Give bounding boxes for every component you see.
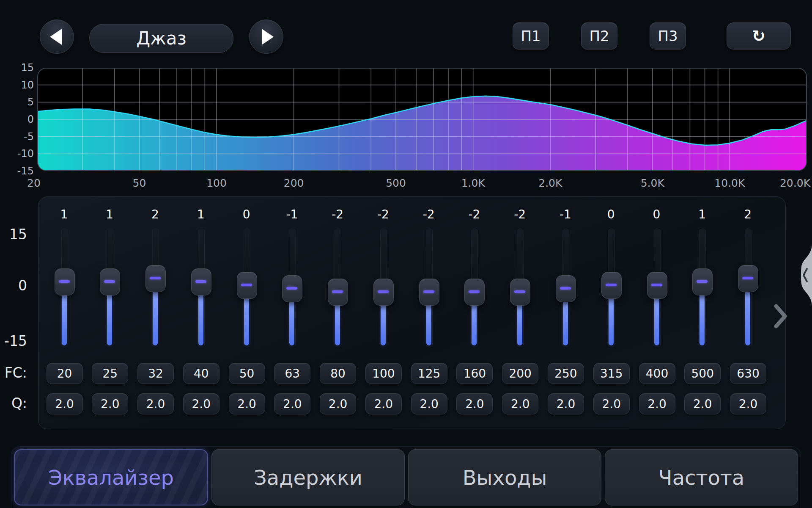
- band-slider-thumb[interactable]: [647, 272, 667, 299]
- band-slider-fill: [517, 303, 522, 345]
- tab-label: Эквалайзер: [48, 466, 174, 489]
- band-slider-thumb[interactable]: [191, 268, 211, 295]
- y-tick-label: 15: [3, 62, 34, 74]
- memory-preset-button-2[interactable]: П2: [581, 22, 617, 50]
- band-q-chip[interactable]: 2.0: [47, 393, 83, 414]
- band-slider-thumb[interactable]: [237, 272, 257, 299]
- band-fc-chip[interactable]: 630: [730, 363, 766, 384]
- band-gain-value: -2: [406, 207, 452, 221]
- band-q-chip[interactable]: 2.0: [456, 393, 493, 414]
- band-fc-chip[interactable]: 125: [411, 363, 447, 384]
- band-slider-fill: [289, 299, 294, 345]
- x-tick-label: 1.0K: [461, 177, 485, 189]
- band-fc-chip[interactable]: 200: [502, 363, 538, 384]
- band-q-chip[interactable]: 2.0: [183, 393, 219, 414]
- band-q-chip[interactable]: 2.0: [365, 393, 402, 414]
- band-fc-chip[interactable]: 50: [229, 363, 265, 384]
- x-tick-label: 50: [133, 177, 146, 189]
- band-slider-thumb[interactable]: [100, 268, 120, 295]
- band-gain-value: 2: [132, 207, 178, 221]
- band-gain-value: 0: [588, 207, 634, 221]
- band-fc-chip[interactable]: 80: [320, 363, 356, 384]
- side-drawer-handle[interactable]: [798, 243, 812, 307]
- memory-preset-button-1[interactable]: П1: [513, 22, 549, 50]
- band-slider-thumb[interactable]: [282, 275, 302, 302]
- equalizer-screen: Джаз П1П2П3 ↻ 151050-5-10-15 20501002005…: [0, 0, 812, 508]
- band-gain-value: 1: [178, 207, 224, 221]
- band-slider-thumb[interactable]: [328, 279, 348, 306]
- band-fc-chip[interactable]: 160: [456, 363, 493, 384]
- band-slider-thumb[interactable]: [556, 275, 576, 302]
- eq-band-630: 26302.0: [725, 207, 771, 419]
- band-gain-value: -1: [543, 207, 588, 221]
- band-q-chip[interactable]: 2.0: [137, 393, 174, 414]
- preset-name: Джаз: [136, 28, 187, 49]
- band-slider-fill: [745, 289, 750, 345]
- band-q-chip[interactable]: 2.0: [502, 393, 538, 414]
- band-q-chip[interactable]: 2.0: [274, 393, 310, 414]
- tab-label: Частота: [658, 466, 744, 489]
- band-fc-chip[interactable]: 500: [684, 363, 721, 384]
- band-fc-chip[interactable]: 40: [183, 363, 219, 384]
- eq-band-50: 0502.0: [224, 207, 269, 419]
- band-slider-thumb[interactable]: [55, 268, 75, 295]
- slider-scale-zero-label: 0: [0, 277, 27, 294]
- preset-prev-button[interactable]: [40, 19, 74, 54]
- eq-band-32: 2322.0: [132, 207, 178, 419]
- tab-1[interactable]: Эквалайзер: [14, 449, 208, 505]
- band-fc-chip[interactable]: 315: [593, 363, 630, 384]
- band-slider-thumb[interactable]: [464, 279, 485, 306]
- x-tick-label: 2.0K: [538, 177, 562, 189]
- memory-preset-button-3[interactable]: П3: [650, 22, 686, 50]
- band-fc-chip[interactable]: 25: [92, 363, 128, 384]
- band-gain-value: 2: [725, 207, 771, 221]
- band-slider-thumb[interactable]: [145, 265, 166, 292]
- band-slider-fill: [563, 299, 568, 345]
- eq-band-160: -21602.0: [451, 207, 497, 419]
- x-tick-label: 20.0K: [780, 177, 810, 189]
- band-slider-fill: [472, 303, 477, 345]
- band-q-chip[interactable]: 2.0: [730, 393, 766, 414]
- band-gain-value: 0: [634, 207, 680, 221]
- band-slider-fill: [654, 296, 659, 345]
- band-gain-value: -2: [451, 207, 497, 221]
- tab-2[interactable]: Задержки: [211, 449, 405, 505]
- band-q-chip[interactable]: 2.0: [320, 393, 356, 414]
- band-slider-thumb[interactable]: [510, 279, 530, 306]
- x-tick-label: 20: [27, 177, 41, 189]
- eq-band-100: -21002.0: [360, 207, 406, 419]
- tab-4[interactable]: Частота: [605, 449, 798, 505]
- band-q-chip[interactable]: 2.0: [229, 393, 265, 414]
- band-q-chip[interactable]: 2.0: [411, 393, 447, 414]
- band-fc-chip[interactable]: 250: [548, 363, 584, 384]
- x-tick-label: 5.0K: [641, 177, 664, 189]
- x-tick-label: 500: [386, 177, 406, 189]
- band-fc-chip[interactable]: 63: [274, 363, 310, 384]
- band-fc-chip[interactable]: 20: [47, 363, 83, 384]
- band-fc-chip[interactable]: 400: [639, 363, 675, 384]
- band-fc-chip[interactable]: 100: [365, 363, 402, 384]
- band-slider-thumb[interactable]: [373, 279, 394, 306]
- x-tick-label: 100: [206, 177, 227, 189]
- band-q-chip[interactable]: 2.0: [593, 393, 630, 414]
- band-q-chip[interactable]: 2.0: [684, 393, 721, 414]
- eq-band-40: 1402.0: [178, 207, 224, 419]
- band-fc-chip[interactable]: 32: [137, 363, 174, 384]
- band-q-chip[interactable]: 2.0: [92, 393, 128, 414]
- band-slider-thumb[interactable]: [738, 265, 758, 292]
- band-slider-thumb[interactable]: [692, 268, 713, 295]
- reset-button[interactable]: ↻: [727, 22, 791, 50]
- preset-selector[interactable]: Джаз: [89, 24, 233, 53]
- band-q-chip[interactable]: 2.0: [639, 393, 675, 414]
- slider-scale-min-label: -15: [0, 333, 27, 349]
- tab-label: Выходы: [463, 466, 547, 489]
- band-q-chip[interactable]: 2.0: [548, 393, 584, 414]
- band-slider-thumb[interactable]: [601, 272, 622, 299]
- scroll-more-bands-button[interactable]: [773, 303, 788, 329]
- preset-next-button[interactable]: [249, 19, 283, 54]
- band-gain-value: 1: [87, 207, 132, 221]
- tab-3[interactable]: Выходы: [408, 449, 601, 505]
- slider-scale-max-label: 15: [0, 226, 27, 243]
- eq-band-400: 04002.0: [634, 207, 680, 419]
- band-slider-thumb[interactable]: [419, 279, 439, 306]
